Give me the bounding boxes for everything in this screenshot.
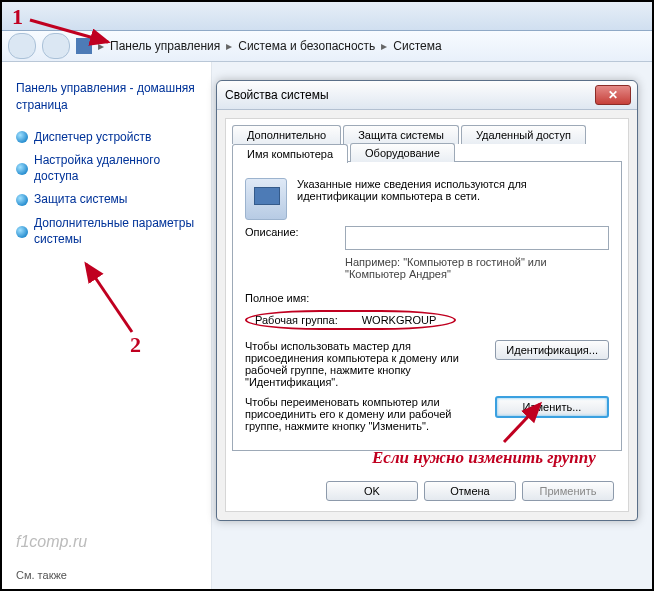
sidebar-footer: См. также <box>16 569 67 581</box>
identification-button[interactable]: Идентификация... <box>495 340 609 360</box>
close-button[interactable]: ✕ <box>595 85 631 105</box>
ok-button[interactable]: OK <box>326 481 418 501</box>
shield-icon <box>16 194 28 206</box>
workgroup-highlight: Рабочая группа: WORKGROUP <box>245 310 456 330</box>
sidebar-link-advanced[interactable]: Дополнительные параметры системы <box>16 216 201 247</box>
identification-text: Чтобы использовать мастер для присоедине… <box>245 340 485 388</box>
close-icon: ✕ <box>608 88 618 102</box>
sidebar-link-remote[interactable]: Настройка удаленного доступа <box>16 153 201 184</box>
breadcrumb-item[interactable]: Система и безопасность <box>238 39 375 53</box>
svg-line-1 <box>86 264 132 332</box>
tab-row-2: Имя компьютера Оборудование <box>232 143 622 162</box>
svg-line-2 <box>504 404 540 442</box>
workgroup-value: WORKGROUP <box>362 314 437 326</box>
sidebar-heading[interactable]: Панель управления - домашняя страница <box>16 80 201 114</box>
sidebar-link-device-manager[interactable]: Диспетчер устройств <box>16 130 201 146</box>
breadcrumb[interactable]: ▸ Панель управления ▸ Система и безопасн… <box>76 38 442 54</box>
shield-icon <box>16 131 28 143</box>
tab-remote[interactable]: Удаленный доступ <box>461 125 586 144</box>
chevron-right-icon: ▸ <box>381 39 387 53</box>
tab-row-1: Дополнительно Защита системы Удаленный д… <box>232 125 622 144</box>
description-hint: Например: "Компьютер в гостиной" или "Ко… <box>345 256 609 280</box>
tab-panel-computer-name: Указанные ниже сведения используются для… <box>232 161 622 451</box>
breadcrumb-item[interactable]: Система <box>393 39 441 53</box>
change-text: Чтобы переименовать компьютер или присое… <box>245 396 485 432</box>
shield-icon <box>16 226 28 238</box>
chevron-right-icon: ▸ <box>226 39 232 53</box>
annotation-arrow-1 <box>30 14 120 58</box>
fullname-label: Полное имя: <box>245 292 335 304</box>
annotation-arrow-3 <box>496 400 556 454</box>
breadcrumb-item[interactable]: Панель управления <box>110 39 220 53</box>
sidebar-link-protection[interactable]: Защита системы <box>16 192 201 208</box>
tab-computer-name[interactable]: Имя компьютера <box>232 144 348 163</box>
description-label: Описание: <box>245 226 335 238</box>
annotation-arrow-2 <box>80 260 150 344</box>
cancel-button[interactable]: Отмена <box>424 481 516 501</box>
computer-icon <box>245 178 287 220</box>
watermark-logo: f1comp.ru <box>16 533 87 551</box>
dialog-titlebar[interactable]: Свойства системы ✕ <box>217 81 637 110</box>
tab-hardware[interactable]: Оборудование <box>350 143 455 162</box>
annotation-note: Если нужно изменить группу <box>372 448 596 468</box>
tab-protection[interactable]: Защита системы <box>343 125 459 144</box>
annotation-number-1: 1 <box>12 4 23 30</box>
window-frame: ▸ Панель управления ▸ Система и безопасн… <box>0 0 654 591</box>
svg-line-0 <box>30 20 108 42</box>
apply-button[interactable]: Применить <box>522 481 614 501</box>
shield-icon <box>16 163 28 175</box>
description-input[interactable] <box>345 226 609 250</box>
workgroup-label: Рабочая группа: <box>255 314 338 326</box>
intro-text: Указанные ниже сведения используются для… <box>297 178 609 202</box>
dialog-footer: OK Отмена Применить <box>326 481 614 501</box>
dialog-title: Свойства системы <box>225 88 329 102</box>
tab-advanced[interactable]: Дополнительно <box>232 125 341 144</box>
